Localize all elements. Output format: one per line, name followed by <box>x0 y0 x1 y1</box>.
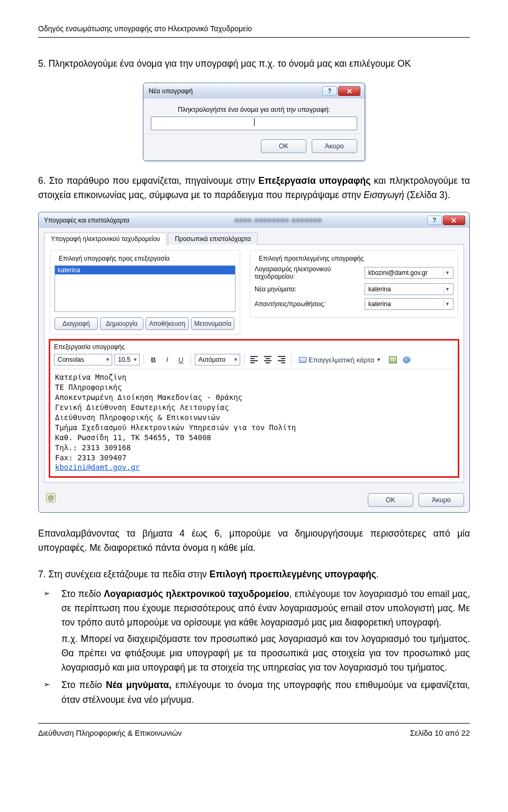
account-value: kbozini@damt.gov.gr <box>368 269 428 276</box>
align-right-icon[interactable] <box>276 354 287 365</box>
chevron-down-icon: ▼ <box>443 285 451 293</box>
auto-value: Αυτόματο <box>198 356 225 363</box>
divider-top <box>38 37 470 38</box>
chevron-down-icon: ▼ <box>133 357 138 362</box>
bullet-account: Στο πεδίο Λογαριασμός ηλεκτρονικού ταχυδ… <box>58 587 470 675</box>
edit-signature-label: Επεξεργασία υπογραφής <box>50 340 458 352</box>
repeat-paragraph: Επαναλαμβάνοντας τα βήματα 4 έως 6, μπορ… <box>38 527 470 555</box>
close-icon[interactable]: ✕ <box>338 86 360 96</box>
sig-line: Κατερίνα Μποζίνη <box>55 372 453 382</box>
signature-editor[interactable]: Κατερίνα Μποζίνη ΤΕ Πληροφορικής Αποκεντ… <box>50 369 458 477</box>
italic-icon[interactable]: I <box>161 354 173 365</box>
step-6-text: 6. Στο παράθυρο που εμφανίζεται, πηγαίνο… <box>38 174 470 202</box>
t: 7. Στη συνέχεια εξετάζουμε τα πεδία στην <box>38 569 210 579</box>
size-dropdown[interactable]: 10,5▼ <box>114 354 140 365</box>
font-dropdown[interactable]: Consolas▼ <box>54 354 112 365</box>
resize-grip-icon: @ <box>46 493 56 503</box>
page-footer: Διεύθυνση Πληροφορικής & Επικοινωνιών Σε… <box>38 729 470 737</box>
t: Επιλογή προεπιλεγμένης υπογραφής <box>210 569 376 579</box>
chevron-down-icon: ▼ <box>443 269 451 276</box>
cancel-button[interactable]: Άκυρο <box>419 493 464 507</box>
dialog-titlebar: Υπογραφές και επιστολόχαρτα ■■■■ ■■■■■■■… <box>39 212 469 228</box>
new-messages-label: Νέα μηνύματα: <box>255 285 360 293</box>
new-button[interactable]: Δημιουργία <box>100 317 143 330</box>
bold-icon[interactable]: B <box>148 354 159 365</box>
tabs: Υπογραφή ηλεκτρονικού ταχυδρομείου Προσω… <box>44 232 464 245</box>
new-signature-dialog: Νέα υπογραφή ? ✕ Πληκτρολογήστε ένα όνομ… <box>143 83 365 161</box>
sig-line: Καθ. Ρωσσίδη 11, ΤΚ 54655, ΤΘ 54008 <box>55 433 453 443</box>
new-messages-value: katerina <box>368 285 391 293</box>
tab-personal-stationery[interactable]: Προσωπικά επιστολόχαρτα <box>168 233 258 245</box>
align-center-icon[interactable] <box>262 354 274 365</box>
replies-label: Απαντήσεις/προωθήσεις: <box>255 300 360 308</box>
chevron-down-icon: ▼ <box>105 357 110 362</box>
formatting-toolbar: Consolas▼ 10,5▼ B I U Αυτόματο▼ <box>50 352 458 369</box>
new-messages-dropdown[interactable]: katerina ▼ <box>365 283 453 295</box>
ok-button[interactable]: OK <box>261 139 306 153</box>
sig-email-link[interactable]: kbozini@damt.gov.gr <box>55 462 453 472</box>
bullet-new-messages: Στο πεδίο Νέα μηνύματα, επιλέγουμε το όν… <box>58 678 470 707</box>
sig-line: Διεύθυνση Πληροφορικής & Επικοινωνιών <box>55 413 453 423</box>
ok-button[interactable]: OK <box>368 493 413 507</box>
link-icon[interactable] <box>401 354 412 365</box>
picture-icon[interactable] <box>387 354 398 365</box>
auto-color-dropdown[interactable]: Αυτόματο▼ <box>195 354 240 365</box>
help-icon[interactable]: ? <box>322 86 337 96</box>
t: (Σελίδα 3). <box>404 190 450 200</box>
t: π.χ. Μπορεί να διαχειριζόμαστε τον προσω… <box>61 633 470 673</box>
chevron-down-icon: ▼ <box>443 300 451 308</box>
close-icon[interactable]: ✕ <box>443 216 465 225</box>
bullet-list: Στο πεδίο Λογαριασμός ηλεκτρονικού ταχυδ… <box>58 587 470 707</box>
t: Λογαριασμός ηλεκτρονικού ταχυδρομείου <box>104 588 289 599</box>
step-7-text: 7. Στη συνέχεια εξετάζουμε τα πεδία στην… <box>38 567 470 582</box>
signature-name-label: Πληκτρολογήστε ένα όνομα για αυτή την υπ… <box>151 106 357 113</box>
page-header: Οδηγός ενσωμάτωσης υπογραφής στο Ηλεκτρο… <box>38 21 470 33</box>
divider-bottom <box>38 723 470 724</box>
rename-button[interactable]: Μετονομασία <box>191 317 234 330</box>
dialog-title: Νέα υπογραφή <box>149 87 193 95</box>
dialog-title: Υπογραφές και επιστολόχαρτα <box>44 217 130 224</box>
underline-icon[interactable]: U <box>175 354 187 365</box>
align-left-icon[interactable] <box>248 354 260 365</box>
signature-name-input[interactable] <box>151 117 357 130</box>
step-5-text: 5. Πληκτρολογούμε ένα όνομα για την υπογ… <box>38 57 470 71</box>
sig-line: Fax: 2313 309407 <box>55 453 453 463</box>
chevron-down-icon: ▼ <box>233 357 238 362</box>
replies-value: katerina <box>368 300 391 308</box>
sig-line: Τμήμα Σχεδιασμού Ηλεκτρονικών Υπηρεσιών … <box>55 423 453 433</box>
tab-email-signature[interactable]: Υπογραφή ηλεκτρονικού ταχυδρομείου <box>44 233 167 245</box>
chevron-down-icon: ▼ <box>376 357 381 362</box>
footer-right: Σελίδα 10 από 22 <box>410 729 470 737</box>
blurred-text: ■■■■ ■■■■■■■■ ■■■■■■■ <box>234 217 322 224</box>
signature-listbox[interactable]: katerina <box>55 265 235 312</box>
delete-button[interactable]: Διαγραφή <box>55 317 98 330</box>
footer-left: Διεύθυνση Πληροφορικής & Επικοινωνιών <box>38 729 182 737</box>
signature-item-selected[interactable]: katerina <box>55 266 235 274</box>
save-button[interactable]: Αποθήκευση <box>146 317 189 330</box>
replies-dropdown[interactable]: katerina ▼ <box>365 298 453 310</box>
help-icon[interactable]: ? <box>427 216 442 225</box>
default-signature-label: Επιλογή προεπιλεγμένης υπογραφής <box>257 255 366 262</box>
account-label: Λογαριασμός ηλεκτρονικού ταχυδρομείου: <box>255 265 360 280</box>
font-value: Consolas <box>58 356 84 363</box>
t: Επεξεργασία υπογραφής <box>258 175 370 186</box>
t: Νέα μηνύματα, <box>106 680 171 690</box>
size-value: 10,5 <box>118 356 130 363</box>
select-signature-label: Επιλογή υπογραφής προς επεξεργασία <box>57 255 172 262</box>
t: Στο πεδίο <box>61 680 106 690</box>
cancel-button[interactable]: Άκυρο <box>312 139 357 153</box>
t: 6. Στο παράθυρο που εμφανίζεται, πηγαίνο… <box>38 175 258 186</box>
card-icon <box>299 357 306 363</box>
sig-line: Γενική Διεύθυνση Εσωτερικής Λειτουργίας <box>55 403 453 413</box>
sig-line: ΤΕ Πληροφορικής <box>55 382 453 392</box>
signatures-stationery-dialog: Υπογραφές και επιστολόχαρτα ■■■■ ■■■■■■■… <box>38 212 470 513</box>
business-card-button[interactable]: Επαγγελματική κάρτα ▼ <box>295 354 385 365</box>
t: Στο πεδίο <box>61 588 104 599</box>
t: . <box>376 569 379 579</box>
account-dropdown[interactable]: kbozini@damt.gov.gr ▼ <box>365 267 453 279</box>
sig-line: Τηλ.: 2313 309168 <box>55 443 453 453</box>
sig-line: Αποκεντρωμένη Διοίκηση Μακεδονίας - Θράκ… <box>55 392 453 403</box>
t: Εισαγωγή <box>364 190 404 200</box>
bizcard-label: Επαγγελματική κάρτα <box>309 356 374 364</box>
dialog-titlebar: Νέα υπογραφή ? ✕ <box>143 83 365 99</box>
